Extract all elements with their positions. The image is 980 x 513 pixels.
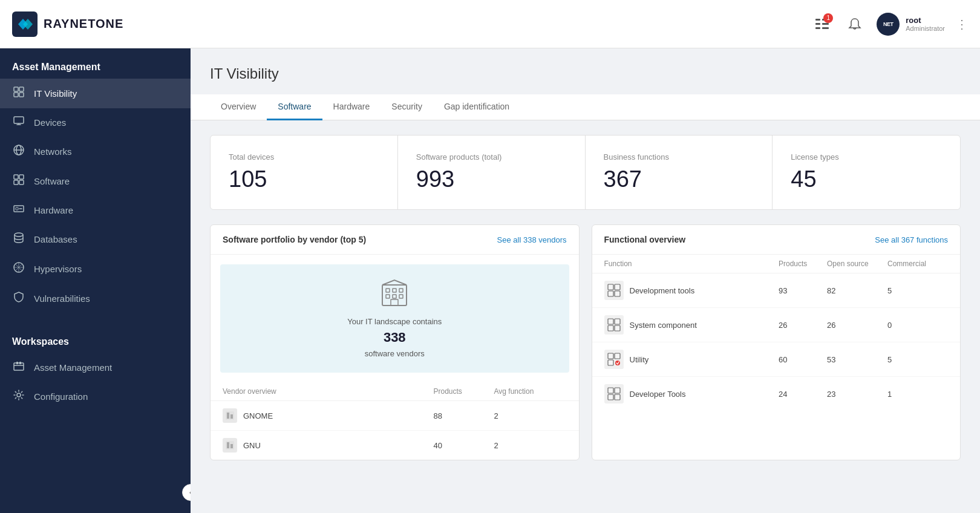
vendor-icon-gnome (223, 408, 237, 423)
sidebar-item-configuration[interactable]: Configuration (0, 382, 191, 411)
func-commercial-devtools: 5 (887, 286, 948, 295)
sidebar-collapse-button[interactable]: ‹ (182, 484, 191, 501)
svg-rect-17 (19, 180, 24, 185)
tab-hardware[interactable]: Hardware (322, 94, 381, 120)
svg-rect-22 (14, 363, 24, 370)
sidebar-section-workspaces: Workspaces (0, 323, 191, 353)
asset-management-icon (12, 361, 25, 374)
table-row: GNOME 88 2 (211, 401, 579, 431)
svg-rect-29 (399, 289, 403, 292)
table-row: System component 26 26 0 (592, 308, 961, 342)
user-name: root (906, 16, 945, 25)
topbar: RAYNETONE 1 NET root (0, 0, 980, 48)
svg-rect-16 (14, 180, 18, 185)
functional-panel: Functional overview See all 367 function… (592, 224, 961, 460)
func-name-devtools: Development tools (630, 286, 695, 295)
landscape-number: 338 (384, 330, 406, 345)
sidebar-item-devices[interactable]: Devices (0, 108, 191, 137)
svg-rect-48 (608, 353, 613, 359)
svg-rect-39 (230, 444, 233, 448)
user-info: NET root Administrator (877, 13, 945, 36)
svg-rect-35 (227, 413, 229, 419)
sidebar-label-devices: Devices (34, 117, 66, 128)
more-options-button[interactable]: ⋮ (956, 17, 968, 31)
tab-overview[interactable]: Overview (210, 94, 267, 120)
sidebar-item-asset-management[interactable]: Asset Management (0, 353, 191, 382)
sidebar-item-it-visibility[interactable]: IT Visibility (0, 79, 191, 108)
it-visibility-icon (12, 87, 25, 100)
vulnerabilities-icon (12, 292, 25, 306)
vendor-col-header: Vendor overview (223, 387, 434, 396)
table-row: Utility 60 53 5 (592, 342, 961, 377)
notification-button[interactable] (844, 13, 866, 35)
sidebar-item-hardware[interactable]: Hardware (0, 196, 191, 224)
tab-gap-identification[interactable]: Gap identification (433, 94, 520, 120)
see-all-functions-link[interactable]: See all 367 functions (875, 235, 948, 244)
func-opensource-utility: 53 (827, 355, 887, 364)
landscape-building-icon (380, 279, 409, 313)
func-name-utility: Utility (630, 355, 649, 364)
table-row: Development tools 93 82 5 (592, 273, 961, 308)
svg-rect-53 (615, 388, 620, 393)
svg-rect-23 (16, 362, 18, 364)
notification-badge: 1 (823, 13, 833, 23)
sidebar-item-networks[interactable]: Networks (0, 137, 191, 166)
tab-software[interactable]: Software (267, 94, 322, 120)
func-name-cell: Utility (604, 350, 779, 369)
func-products-developer-tools: 24 (779, 390, 827, 399)
topbar-right: 1 NET root Administrator ⋮ (811, 13, 968, 36)
func-opensource-syscomponent: 26 (827, 321, 887, 330)
sidebar-item-databases[interactable]: Databases (0, 224, 191, 254)
license-types-label: License types (791, 152, 942, 162)
user-details: root Administrator (906, 16, 945, 32)
menu-button[interactable]: 1 (811, 13, 833, 35)
license-types-value: 45 (791, 166, 942, 192)
func-icon-utility (604, 350, 624, 369)
business-functions-value: 367 (604, 166, 754, 192)
functional-panel-header: Functional overview See all 367 function… (592, 225, 961, 255)
vendor-avg-gnu: 2 (494, 441, 567, 450)
svg-rect-14 (14, 175, 18, 179)
svg-rect-45 (615, 319, 620, 324)
func-commercial-syscomponent: 0 (887, 321, 948, 330)
products-func-col-header: Products (779, 260, 827, 268)
sidebar-item-hypervisors[interactable]: Hypervisors (0, 254, 191, 284)
func-commercial-developer-tools: 1 (887, 390, 948, 399)
total-devices-value: 105 (229, 166, 379, 192)
func-commercial-utility: 5 (887, 355, 948, 364)
sidebar-label-vulnerabilities: Vulnerabilities (34, 293, 90, 304)
sidebar-label-asset-management: Asset Management (34, 362, 112, 373)
vendor-panel-header: Software portfolio by vendor (top 5) See… (211, 225, 579, 255)
stat-total-devices: Total devices 105 (211, 136, 398, 209)
business-functions-label: Business functions (604, 152, 754, 162)
svg-rect-40 (608, 284, 613, 290)
sidebar-label-software: Software (34, 176, 70, 186)
svg-rect-27 (386, 289, 390, 292)
sidebar-item-vulnerabilities[interactable]: Vulnerabilities (0, 284, 191, 313)
svg-rect-8 (19, 87, 24, 91)
svg-rect-33 (391, 299, 398, 306)
func-products-devtools: 93 (779, 286, 827, 295)
products-col-header: Products (434, 387, 494, 396)
sidebar-label-networks: Networks (34, 146, 72, 157)
func-opensource-devtools: 82 (827, 286, 887, 295)
sidebar-item-software[interactable]: Software (0, 166, 191, 196)
svg-rect-30 (386, 295, 390, 298)
databases-icon (12, 232, 25, 246)
svg-rect-9 (14, 93, 18, 97)
commercial-col-header: Commercial (887, 260, 948, 268)
landscape-text: Your IT landscape contains (347, 317, 442, 326)
landscape-subtext: software vendors (365, 349, 425, 358)
total-devices-label: Total devices (229, 152, 379, 162)
see-all-vendors-link[interactable]: See all 338 vendors (497, 235, 567, 244)
func-opensource-developer-tools: 23 (827, 390, 887, 399)
svg-rect-2 (815, 23, 820, 25)
svg-rect-6 (822, 27, 829, 29)
table-row: GNU 40 2 (211, 431, 579, 460)
svg-rect-50 (608, 360, 613, 365)
svg-point-20 (15, 233, 23, 237)
tab-security[interactable]: Security (381, 94, 433, 120)
func-icon-syscomponent (604, 315, 624, 335)
main-layout: Asset Management IT Visibility (0, 48, 980, 513)
sidebar-label-it-visibility: IT Visibility (34, 88, 77, 99)
